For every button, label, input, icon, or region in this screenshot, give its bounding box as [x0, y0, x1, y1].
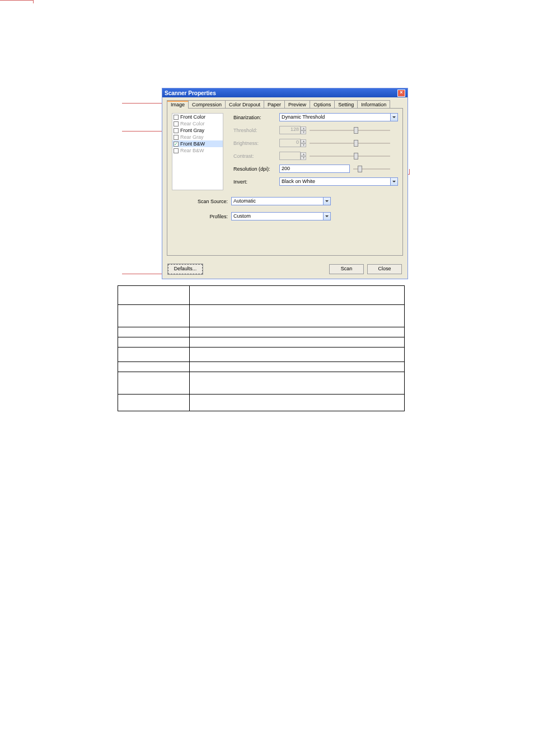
defaults-button[interactable]: Defaults... [168, 264, 203, 274]
tab-strip: Image Compression Color Dropout Paper Pr… [162, 97, 407, 109]
sel-front-bw[interactable]: ✓Front B&W [172, 140, 223, 147]
row-invert: Invert: Black on White [233, 177, 398, 186]
tab-content: Front Color Rear Color Front Gray Rear G… [167, 108, 403, 256]
table-cell [118, 395, 190, 411]
checkbox-icon[interactable] [174, 135, 179, 140]
scanner-properties-dialog: Scanner Properties × Image Compression C… [162, 88, 408, 279]
row-brightness: Brightness: 0 ▴▾ [233, 139, 398, 147]
binarization-select[interactable]: Dynamic Threshold [279, 113, 398, 121]
table-cell [190, 362, 405, 372]
brightness-slider [310, 139, 398, 147]
scan-source-select[interactable]: Automatic [231, 197, 331, 205]
row-threshold: Threshold: 128 ▴▾ [233, 126, 398, 134]
tab-color-dropout[interactable]: Color Dropout [225, 100, 264, 109]
sel-rear-gray[interactable]: Rear Gray [172, 134, 223, 140]
settings-panel: Binarization: Dynamic Threshold Threshol… [223, 113, 398, 190]
tab-options[interactable]: Options [310, 100, 335, 109]
checkbox-icon[interactable] [174, 148, 179, 153]
close-button[interactable]: Close [367, 264, 402, 274]
button-bar: Defaults... Scan Close [162, 261, 407, 279]
window-title: Scanner Properties [165, 90, 216, 96]
tab-preview[interactable]: Preview [284, 100, 310, 109]
table-cell [118, 372, 190, 395]
tab-compression[interactable]: Compression [188, 100, 226, 109]
scan-button[interactable]: Scan [329, 264, 364, 274]
resolution-slider[interactable] [353, 165, 398, 173]
callout-line [0, 0, 34, 3]
contrast-input [279, 152, 301, 160]
tab-information[interactable]: Information [357, 100, 390, 109]
table-cell [118, 337, 190, 348]
checkbox-icon[interactable] [174, 121, 179, 126]
contrast-slider [310, 152, 398, 160]
table-cell [190, 372, 405, 395]
resolution-input[interactable]: 200 [279, 165, 350, 173]
sel-rear-color[interactable]: Rear Color [172, 120, 223, 127]
sel-front-color[interactable]: Front Color [172, 114, 223, 120]
chevron-down-icon[interactable] [390, 178, 397, 185]
sel-rear-bw[interactable]: Rear B&W [172, 147, 223, 154]
row-resolution: Resolution (dpi): 200 [233, 165, 398, 173]
row-contrast: Contrast: ▴▾ [233, 152, 398, 160]
checkbox-icon[interactable] [174, 128, 179, 133]
table-cell [118, 362, 190, 372]
titlebar: Scanner Properties × [162, 88, 407, 97]
row-scan-source: Scan Source: Automatic [172, 197, 398, 205]
table-cell [118, 305, 190, 327]
checkbox-icon[interactable] [174, 115, 179, 120]
spinner-icon: ▴▾ [301, 139, 306, 147]
table-cell [118, 327, 190, 337]
chevron-down-icon[interactable] [323, 198, 330, 205]
table-cell [118, 286, 190, 305]
row-profiles: Profiles: Custom [172, 212, 398, 220]
chevron-down-icon[interactable] [390, 114, 397, 121]
callout-line [122, 103, 167, 104]
table-cell [190, 327, 405, 337]
tab-image[interactable]: Image [167, 100, 189, 109]
sel-front-gray[interactable]: Front Gray [172, 127, 223, 134]
row-binarization: Binarization: Dynamic Threshold [233, 113, 398, 121]
checkbox-icon[interactable]: ✓ [174, 142, 179, 147]
image-selection-box: Front Color Rear Color Front Gray Rear G… [172, 113, 223, 190]
table-cell [190, 305, 405, 327]
tab-setting[interactable]: Setting [334, 100, 358, 109]
close-icon[interactable]: × [397, 90, 405, 97]
tab-paper[interactable]: Paper [264, 100, 285, 109]
threshold-input: 128 [279, 126, 301, 134]
table-cell [190, 286, 405, 305]
chevron-down-icon[interactable] [323, 213, 330, 220]
spinner-icon: ▴▾ [301, 152, 306, 160]
table-cell [190, 395, 405, 411]
table-cell [190, 348, 405, 362]
invert-select[interactable]: Black on White [279, 177, 398, 186]
table-cell [118, 348, 190, 362]
profiles-select[interactable]: Custom [231, 212, 331, 220]
spinner-icon: ▴▾ [301, 126, 306, 134]
table-cell [190, 337, 405, 348]
callout-table [118, 285, 405, 411]
threshold-slider [310, 126, 398, 134]
brightness-input: 0 [279, 139, 301, 147]
